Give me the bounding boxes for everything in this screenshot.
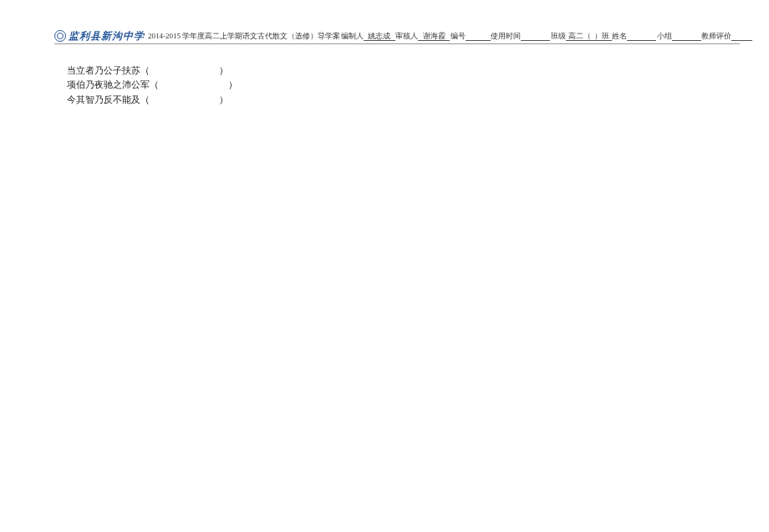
course-info: 2014-2015 学年度高二上学期语文古代散文（选修）导学案 [148,31,340,42]
document-content: 当立者乃公子扶苏（ ） 项伯乃夜驰之沛公军（ ） 今其智乃反不能及（ ） [67,64,237,108]
header-divider [54,43,740,44]
school-logo-icon [54,30,66,42]
class-value: 高二（ ）班 [566,31,612,41]
content-line-1: 当立者乃公子扶苏（ ） [67,64,237,77]
group-label: 小组 [657,31,672,42]
compiler-value: 姚志成 [364,31,395,41]
teacher-eval-value [731,31,752,41]
teacher-eval-label: 教师评价 [701,31,731,42]
usage-time-value [521,31,550,41]
name-value [627,31,656,41]
name-label: 姓名 [612,31,627,42]
content-line-2: 项伯乃夜驰之沛公军（ ） [67,79,237,91]
compiler-label: 编制人 [341,31,364,42]
school-logo-container: 监利县新沟中学 [54,29,145,43]
number-label: 编号 [451,31,466,42]
content-line-3: 今其智乃反不能及（ ） [67,94,237,106]
group-value [672,31,701,41]
school-name: 监利县新沟中学 [69,29,145,43]
reviewer-label: 审核人 [395,31,418,42]
reviewer-value: 谢海霞 [418,31,450,41]
number-value [466,31,491,41]
usage-time-label: 使用时间 [491,31,521,42]
document-header: 监利县新沟中学 2014-2015 学年度高二上学期语文古代散文（选修）导学案 … [54,29,752,43]
class-label: 班级 [551,31,566,42]
